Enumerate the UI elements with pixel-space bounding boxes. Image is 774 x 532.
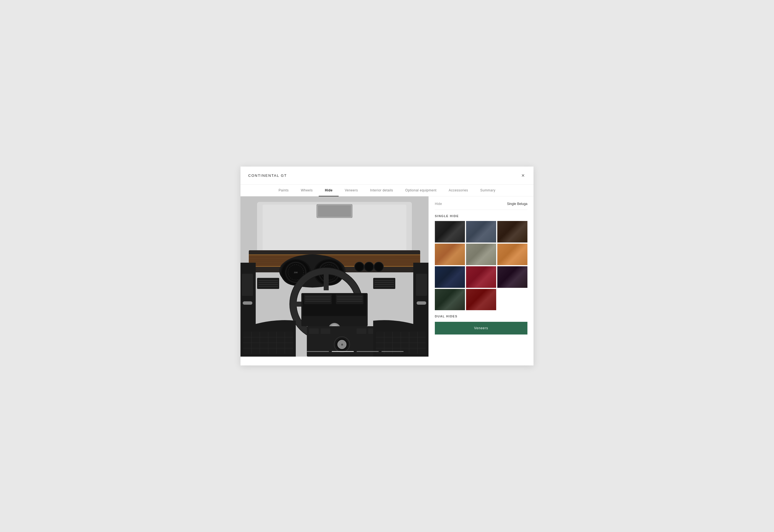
svg-rect-118 xyxy=(357,351,379,352)
svg-rect-103 xyxy=(243,301,252,305)
swatch-tan[interactable] xyxy=(435,244,465,265)
tab-accessories[interactable]: Accessories xyxy=(443,185,474,196)
svg-rect-40 xyxy=(257,278,279,289)
svg-rect-106 xyxy=(417,301,426,305)
swatch-dark-toffee[interactable] xyxy=(497,221,527,243)
swatch-moss[interactable] xyxy=(435,289,465,310)
swatch-beluga[interactable] xyxy=(435,221,465,243)
svg-rect-117 xyxy=(332,351,354,352)
swatch-cricket-ball[interactable] xyxy=(466,289,496,310)
car-interior-scene: 200 rpm 𝔅 xyxy=(241,196,428,357)
svg-point-65 xyxy=(365,263,373,271)
tab-paints[interactable]: Paints xyxy=(273,185,295,196)
svg-rect-76 xyxy=(321,328,330,334)
svg-rect-5 xyxy=(318,205,351,217)
svg-rect-77 xyxy=(357,328,366,334)
car-image-area: 200 rpm 𝔅 xyxy=(241,196,428,357)
veneers-button[interactable]: Veneers xyxy=(435,322,527,335)
svg-point-63 xyxy=(356,263,363,271)
svg-rect-57 xyxy=(336,294,364,304)
swatch-steel[interactable] xyxy=(466,221,496,243)
swatch-brulee[interactable] xyxy=(497,244,527,265)
tab-wheels[interactable]: Wheels xyxy=(295,185,319,196)
swatch-sage[interactable] xyxy=(466,244,496,265)
config-label: Hide xyxy=(435,202,442,206)
nav-tabs: Paints Wheels Hide Veneers Interior deta… xyxy=(241,185,533,196)
tab-veneers[interactable]: Veneers xyxy=(339,185,364,196)
swatch-hotspur[interactable] xyxy=(466,266,496,288)
config-panel: Hide Single Beluga SINGLE HIDE xyxy=(428,196,533,357)
svg-rect-45 xyxy=(373,278,395,289)
modal-header: CONTINENTAL GT × xyxy=(241,167,533,185)
modal-body: 200 rpm 𝔅 xyxy=(241,196,533,357)
svg-rect-119 xyxy=(381,351,404,352)
tab-hide[interactable]: Hide xyxy=(319,185,339,196)
svg-rect-105 xyxy=(416,274,427,296)
svg-rect-116 xyxy=(307,351,329,352)
swatch-dark-navy[interactable] xyxy=(435,266,465,288)
svg-rect-8 xyxy=(249,254,420,255)
single-hide-title: SINGLE HIDE xyxy=(435,214,527,218)
config-value: Single Beluga xyxy=(507,202,527,206)
dual-hides-title: DUAL HIDES xyxy=(435,315,527,318)
tab-optional-equipment[interactable]: Optional equipment xyxy=(399,185,443,196)
svg-rect-75 xyxy=(309,328,319,334)
config-header: Hide Single Beluga xyxy=(435,202,527,210)
configurator-modal: CONTINENTAL GT × Paints Wheels Hide Vene… xyxy=(241,167,533,365)
modal-title: CONTINENTAL GT xyxy=(248,173,287,178)
svg-rect-52 xyxy=(304,294,332,304)
svg-text:200: 200 xyxy=(294,271,298,274)
svg-point-67 xyxy=(375,263,383,271)
single-hide-grid xyxy=(435,221,527,310)
tab-interior-details[interactable]: Interior details xyxy=(364,185,399,196)
swatch-blackberry[interactable] xyxy=(497,266,527,288)
svg-rect-102 xyxy=(242,274,253,296)
close-button[interactable]: × xyxy=(520,172,526,179)
svg-text:𝔅: 𝔅 xyxy=(341,343,343,346)
tab-summary[interactable]: Summary xyxy=(474,185,501,196)
